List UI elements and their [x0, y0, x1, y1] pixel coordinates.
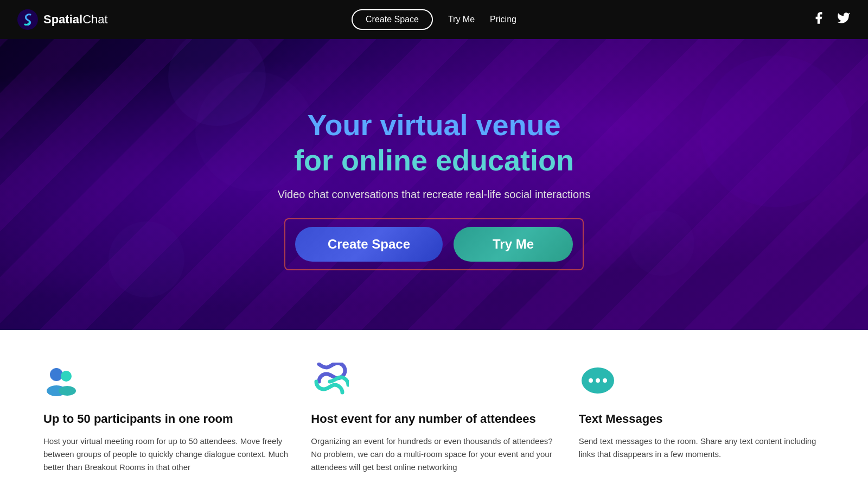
logo-text: SpatialChat — [43, 12, 108, 27]
participants-icon — [43, 363, 81, 401]
feature-messages: Text Messages Send text messages to the … — [579, 363, 825, 474]
facebook-svg — [812, 11, 826, 25]
svg-point-7 — [596, 378, 600, 383]
deco-circle-5 — [629, 211, 694, 276]
event-icon — [311, 363, 349, 401]
twitter-icon[interactable] — [837, 11, 851, 28]
feature-messages-desc: Send text messages to the room. Share an… — [579, 435, 825, 461]
twitter-svg — [837, 11, 851, 25]
svg-point-3 — [61, 371, 72, 382]
deco-circle-3 — [108, 221, 184, 297]
deco-circle-4 — [700, 55, 852, 207]
svg-point-1 — [50, 368, 63, 381]
nav-pricing-link[interactable]: Pricing — [490, 15, 516, 24]
nav-create-space-button[interactable]: Create Space — [352, 9, 433, 30]
hero-buttons: Create Space Try Me — [295, 227, 573, 262]
svg-point-6 — [589, 378, 593, 383]
feature-event: Host event for any number of attendees O… — [311, 363, 557, 474]
logo-icon — [17, 9, 38, 30]
feature-participants-desc: Host your virtual meeting room for up to… — [43, 435, 289, 474]
facebook-icon[interactable] — [812, 11, 826, 28]
nav-try-me-link[interactable]: Try Me — [448, 15, 475, 24]
hero-content: Your virtual venue for online education … — [278, 107, 591, 262]
hero-section: Your virtual venue for online education … — [0, 39, 868, 330]
navbar: SpatialChat Create Space Try Me Pricing — [0, 0, 868, 39]
messages-icon — [579, 363, 617, 401]
svg-point-4 — [59, 386, 76, 396]
feature-event-desc: Organizing an event for hundreds or even… — [311, 435, 557, 474]
feature-participants: Up to 50 participants in one room Host y… — [43, 363, 289, 474]
hero-try-me-button[interactable]: Try Me — [454, 227, 573, 262]
feature-participants-title: Up to 50 participants in one room — [43, 411, 289, 427]
feature-messages-title: Text Messages — [579, 411, 825, 427]
hero-title: Your virtual venue for online education — [294, 107, 574, 178]
features-section: Up to 50 participants in one room Host y… — [0, 330, 868, 482]
nav-center: Create Space Try Me Pricing — [352, 9, 516, 30]
nav-social — [812, 11, 851, 28]
hero-subtitle: Video chat conversations that recreate r… — [278, 188, 591, 201]
feature-event-title: Host event for any number of attendees — [311, 411, 557, 427]
logo-link[interactable]: SpatialChat — [17, 9, 108, 30]
hero-create-space-button[interactable]: Create Space — [295, 227, 443, 262]
svg-point-8 — [603, 378, 607, 383]
